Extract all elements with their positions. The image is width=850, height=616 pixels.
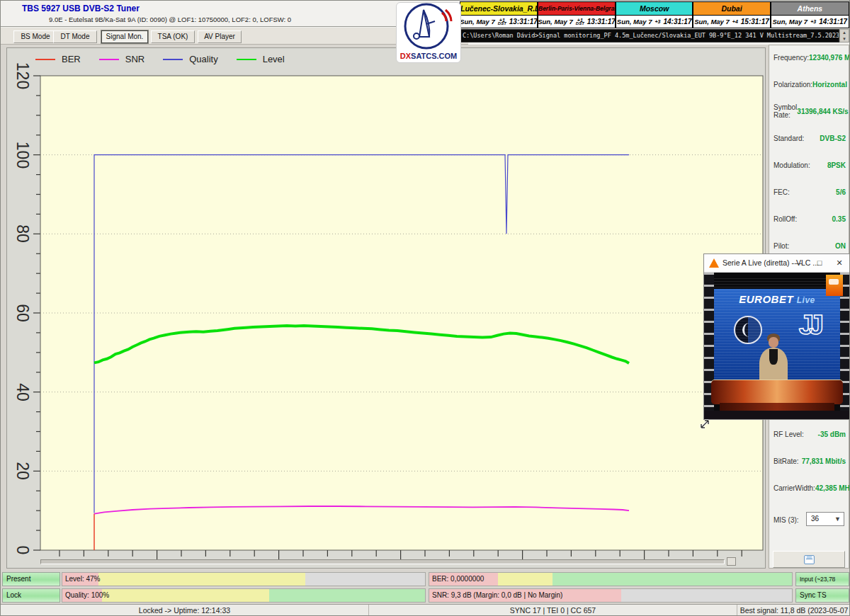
vlc-video-frame[interactable]: EUROBET Live JJ — [704, 273, 850, 419]
minimize-button[interactable]: — — [792, 257, 805, 270]
level-meter: Level: 47% — [62, 572, 426, 586]
meter-zone — [498, 573, 552, 586]
broadcaster-logo — [826, 275, 843, 296]
clock-city-label: Dubai — [693, 2, 769, 16]
scroll-up-icon[interactable]: ▲ — [840, 30, 849, 36]
series-level-line — [94, 326, 629, 363]
meter-zone — [305, 573, 425, 586]
legend-item-snr: SNR — [99, 54, 144, 64]
legend-item-ber: BER — [35, 54, 81, 64]
statusbar: Locked -> Uptime: 12:14:33 SYNC 17 | TEI… — [1, 604, 850, 616]
presenter-face — [769, 337, 778, 348]
snr-meter: SNR: 9,3 dB (Margin: 0,0 dB | No Margin) — [429, 588, 793, 603]
chevron-down-icon: ▼ — [834, 513, 841, 525]
param-rolloff: RollOff:0.35 — [774, 214, 846, 224]
clock-time: Sun, May 7 +1DST 13:31:17 — [460, 16, 537, 28]
tuner-subtitle: 9.0E - Eutelsat 9B/Ka-Sat 9A (ID: 0090) … — [49, 16, 291, 23]
app-title: TBS 5927 USB DVB-S2 Tuner — [22, 4, 140, 13]
param-carrier-width: CarrierWidth:42,385 MHz — [774, 483, 846, 493]
ber-meter: BER: 0,0000000 — [429, 572, 793, 586]
input-rate-indicator: Input (~23,78 Mbps) — [795, 572, 849, 586]
clock-time: Sun, May 7 +3 14:31:17 — [616, 16, 692, 28]
best-signal-status: Best signal: 11,8 dB (2023-05-07 05:48) — [737, 605, 850, 616]
meter-zone — [98, 573, 305, 586]
vlc-cone-icon — [709, 258, 719, 268]
y-axis-label: 80 — [13, 225, 32, 244]
console-scrollbar[interactable]: ▲ ▼ — [839, 29, 849, 42]
studio-top-band — [714, 276, 840, 289]
tab-bs-mode[interactable]: BS Mode — [13, 30, 57, 43]
uptime-status: Locked -> Uptime: 12:14:33 — [1, 605, 369, 616]
eurobet-live-banner: EUROBET Live — [714, 293, 840, 305]
ber-line-swatch — [35, 59, 55, 60]
param-fec: FEC:5/6 — [774, 187, 846, 197]
sync-counters: SYNC 17 | TEI 0 | CC 657 — [369, 605, 737, 616]
lock-indicator: Lock — [2, 588, 60, 603]
clock-city-label: Berlin-Paris-Vienna-Belgrade — [538, 2, 615, 16]
series-snr-line — [94, 506, 629, 514]
save-button[interactable] — [773, 551, 845, 568]
studio-floor — [704, 411, 850, 419]
chart-legend: BER SNR Quality Level — [35, 54, 285, 64]
clock-berlin: Berlin-Paris-Vienna-Belgrade Sun, May 7 … — [538, 2, 616, 28]
meter-zone — [102, 589, 269, 602]
meter-zone — [621, 589, 792, 602]
clock-time: Sun, May 7 +4 15:31:17 — [693, 16, 769, 28]
tab-signal-mon[interactable]: Signal Mon. — [101, 30, 148, 43]
clock-lucenec: Lučenec-Slovakia_R.Dávid Sun, May 7 +1DS… — [460, 2, 538, 28]
signal-chart — [29, 74, 774, 563]
signal-chart-panel: BER SNR Quality Level 120100806040200 — [6, 47, 766, 569]
chart-scrollbar-thumb[interactable] — [727, 557, 736, 566]
clock-time: Sun, May 7 +3 14:31:17 — [771, 16, 849, 28]
y-axis-label: 60 — [13, 304, 32, 322]
tab-dt-mode[interactable]: DT Mode — [53, 30, 97, 43]
y-axis-label: 20 — [13, 462, 32, 481]
scroll-down-icon[interactable]: ▼ — [840, 36, 849, 42]
legend-item-level: Level — [237, 54, 285, 64]
resize-cursor-icon — [699, 418, 710, 433]
logo-text: DXSATCS.COM — [397, 52, 460, 60]
legend-item-quality: Quality — [163, 54, 217, 64]
clock-city-label: Athens — [771, 2, 849, 16]
signal-plot: 120100806040200 — [40, 76, 763, 550]
present-indicator: Present — [2, 572, 60, 586]
world-clocks: Lučenec-Slovakia_R.Dávid Sun, May 7 +1DS… — [460, 1, 849, 28]
sync-ts-indicator: Sync TS — [795, 588, 849, 603]
maximize-button[interactable]: □ — [813, 257, 826, 270]
chart-time-scrollbar[interactable] — [40, 559, 725, 564]
param-bitrate: BitRate:77,831 Mbit/s — [774, 456, 846, 466]
vlc-window: Serie A Live (diretta) - VLC ... — □ ✕ E… — [703, 253, 850, 420]
snr-line-swatch — [99, 59, 119, 60]
tab-av-player[interactable]: AV Player — [198, 30, 242, 43]
dxsatcs-logo: DXSATCS.COM — [396, 2, 461, 63]
y-axis-label: 120 — [13, 62, 32, 89]
param-pilot: Pilot:ON — [774, 241, 846, 251]
clock-moscow: Moscow Sun, May 7 +3 14:31:17 — [616, 2, 693, 28]
save-icon — [804, 555, 815, 564]
juventus-logo: JJ — [799, 310, 819, 341]
status-area: Present Level: 47% BER: 0,0000000 Input … — [1, 571, 850, 605]
meter-zone — [269, 589, 425, 602]
clock-city-label: Lučenec-Slovakia_R.Dávid — [460, 2, 537, 16]
clock-dubai: Dubai Sun, May 7 +4 15:31:17 — [693, 2, 771, 28]
vlc-titlebar[interactable]: Serie A Live (diretta) - VLC ... — □ ✕ — [704, 254, 850, 273]
tab-tsa[interactable]: TSA (OK) — [151, 30, 195, 43]
satellite-dish-icon — [398, 3, 459, 50]
mis-dropdown[interactable]: 36▼ — [806, 512, 844, 526]
y-axis-label: 40 — [13, 383, 32, 401]
param-rf-level: RF Level:-35 dBm — [774, 429, 846, 439]
studio-desk — [711, 380, 843, 404]
close-button[interactable]: ✕ — [833, 257, 846, 270]
quality-line-swatch — [163, 59, 183, 60]
meter-zone — [552, 573, 792, 586]
param-frequency: Frequency:12340,976 MHz — [774, 52, 846, 62]
clock-city-label: Moscow — [616, 2, 692, 16]
y-axis-label: 0 — [13, 546, 32, 555]
presenter — [758, 333, 789, 383]
command-prompt[interactable]: C:\Users\Roman Dávid>Signal monitoring_P… — [460, 29, 839, 42]
clock-athens: Athens Sun, May 7 +3 14:31:17 — [771, 2, 849, 28]
param-polarization: Polarization:Horizontal — [774, 79, 846, 89]
clock-time: Sun, May 7 +1DST 13:31:17 — [538, 16, 615, 28]
param-symbol-rate: Symbol Rate:31396,844 KS/s — [774, 106, 846, 116]
quality-meter: Quality: 100% — [62, 588, 426, 603]
